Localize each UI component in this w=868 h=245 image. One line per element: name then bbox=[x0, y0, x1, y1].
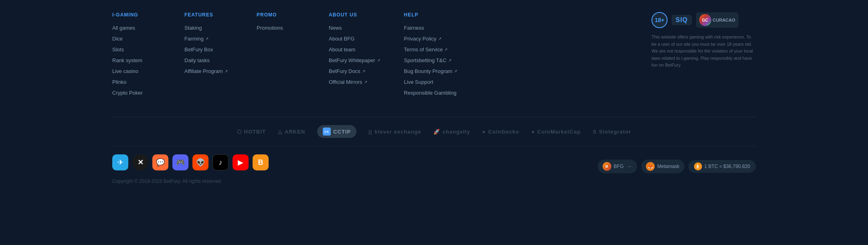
partner-cctip[interactable]: cc CCTIP bbox=[317, 125, 356, 138]
badges-row: 18+ SIQ GC ✓ CURACAO bbox=[652, 12, 756, 28]
footer-link-responsible-gambling[interactable]: Responsible Gambling bbox=[404, 90, 457, 96]
hotbit-icon: ⬡ bbox=[237, 129, 242, 135]
external-link-icon: ↗ bbox=[448, 58, 451, 63]
tiktok-icon: ♪ bbox=[219, 158, 223, 167]
footer-link-daily-tasks[interactable]: Daily tasks bbox=[184, 57, 233, 63]
footer-link-official-mirrors[interactable]: Official Mirrors↗ bbox=[329, 79, 380, 85]
footer-link-about-team[interactable]: About team bbox=[329, 47, 380, 53]
footer-link-betfury-box[interactable]: BetFury Box bbox=[184, 47, 233, 53]
metamask-label: Metamask bbox=[657, 164, 679, 169]
reddit-icon: 👽 bbox=[196, 158, 205, 167]
gc-curacao-badge: GC ✓ CURACAO bbox=[696, 12, 739, 28]
siq-badge: SIQ bbox=[672, 15, 692, 25]
footer-link-betfury-whitepaper[interactable]: BetFury Whitepaper↗ bbox=[329, 57, 380, 63]
footer-link-promotions[interactable]: Promotions bbox=[257, 25, 305, 31]
arrow-icon: → bbox=[626, 163, 632, 170]
social-chat[interactable]: 💬 bbox=[152, 154, 168, 170]
external-link-icon: ↗ bbox=[438, 36, 441, 41]
partner-coingecko[interactable]: ●CoinGecko bbox=[482, 129, 519, 135]
footer-link-fairness[interactable]: Fairness bbox=[404, 25, 457, 31]
footer-link-slots[interactable]: Slots bbox=[112, 47, 160, 53]
chat-icon: 💬 bbox=[156, 158, 165, 167]
footer-link-news[interactable]: News bbox=[329, 25, 380, 31]
column-header-help: HELP bbox=[404, 12, 457, 18]
footer-link-farming[interactable]: Farming↗ bbox=[184, 36, 233, 42]
coinmarketcap-icon: ● bbox=[531, 129, 535, 135]
footer-link-staking[interactable]: Staking bbox=[184, 25, 233, 31]
column-header-aboutus: ABOUT US bbox=[329, 12, 380, 18]
social-youtube[interactable]: ▶ bbox=[233, 154, 249, 170]
footer-link-about-bfg[interactable]: About BFG bbox=[329, 36, 380, 42]
footer-columns: I-GAMINGAll gamesDiceSlotsRank systemLiv… bbox=[112, 12, 627, 101]
footer-link-live-support[interactable]: Live Support bbox=[404, 79, 457, 85]
coingecko-icon: ● bbox=[482, 129, 486, 135]
social-reddit[interactable]: 👽 bbox=[192, 154, 208, 170]
footer-link-rank-system[interactable]: Rank system bbox=[112, 57, 160, 63]
footer-column-help: HELPFairnessPrivacy Policy↗Terms of Serv… bbox=[404, 12, 457, 101]
social-discord[interactable]: 🎮 bbox=[172, 154, 188, 170]
btc-price-text: 1 BTC = $36,790.820 bbox=[704, 164, 750, 169]
footer-link-dice[interactable]: Dice bbox=[112, 36, 160, 42]
xtwitter-icon: ✕ bbox=[138, 158, 144, 167]
social-tiktok[interactable]: ♪ bbox=[212, 154, 229, 170]
column-header-promo: PROMO bbox=[257, 12, 305, 18]
footer-link-crypto-poker[interactable]: Crypto Poker bbox=[112, 90, 160, 96]
copyright-text: Copyright © 2019-2023 BetFury. All right… bbox=[112, 178, 222, 184]
footer-link-affiliate-program[interactable]: Affiliate Program↗ bbox=[184, 68, 233, 74]
metamask-badge[interactable]: 🦊 Metamask bbox=[641, 160, 684, 173]
external-link-icon: ↗ bbox=[444, 47, 447, 52]
partner-arken[interactable]: △ARKEN bbox=[278, 129, 305, 135]
footer-link-terms-of-service[interactable]: Terms of Service↗ bbox=[404, 47, 457, 53]
bfg-label: BFG bbox=[614, 164, 624, 169]
partner-klever[interactable]: ||klever exchange bbox=[368, 129, 421, 135]
footer-column-aboutus: ABOUT USNewsAbout BFGAbout teamBetFury W… bbox=[329, 12, 380, 101]
external-link-icon: ↗ bbox=[377, 58, 380, 63]
partner-label-coingecko: CoinGecko bbox=[488, 129, 520, 135]
external-link-icon: ↗ bbox=[454, 69, 457, 73]
footer-column-igaming: I-GAMINGAll gamesDiceSlotsRank systemLiv… bbox=[112, 12, 160, 101]
column-header-igaming: I-GAMING bbox=[112, 12, 160, 18]
bfg-icon: B bbox=[603, 162, 611, 171]
partner-label-coinmarketcap: CoinMarketCap bbox=[537, 129, 581, 135]
socials-row: ✈✕💬🎮👽♪▶B bbox=[112, 154, 269, 170]
partner-label-changelly: changelly bbox=[443, 129, 470, 135]
gc-icon: GC ✓ bbox=[699, 14, 711, 26]
partner-slotegrator[interactable]: SSlotegrator bbox=[593, 129, 631, 135]
footer-link-privacy-policy[interactable]: Privacy Policy↗ bbox=[404, 36, 457, 42]
price-row: B BFG → 🦊 Metamask ₿ 1 BTC = $36,790.820 bbox=[598, 160, 756, 173]
footer: I-GAMINGAll gamesDiceSlotsRank systemLiv… bbox=[0, 0, 868, 192]
external-link-icon: ↗ bbox=[362, 69, 365, 73]
footer-bottom: Copyright © 2019-2023 BetFury. All right… bbox=[112, 178, 756, 184]
changelly-icon: 🚀 bbox=[433, 129, 440, 135]
column-header-features: FEATURES bbox=[184, 12, 233, 18]
footer-link-all-games[interactable]: All games bbox=[112, 25, 160, 31]
btc-price: ₿ 1 BTC = $36,790.820 bbox=[688, 160, 756, 173]
footer-link-sportsbetting-t&c[interactable]: Sportsbetting T&C↗ bbox=[404, 57, 457, 63]
bfg-badge[interactable]: B BFG → bbox=[598, 160, 637, 173]
youtube-icon: ▶ bbox=[238, 158, 243, 167]
footer-link-betfury-docs[interactable]: BetFury Docs↗ bbox=[329, 68, 380, 74]
curacao-text: CURACAO bbox=[713, 18, 735, 22]
footer-right: 18+ SIQ GC ✓ CURACAO This website offers… bbox=[652, 12, 756, 101]
partner-changelly[interactable]: 🚀changelly bbox=[433, 129, 470, 135]
partner-label-klever: klever exchange bbox=[375, 129, 421, 135]
social-xtwitter[interactable]: ✕ bbox=[132, 154, 148, 170]
external-link-icon: ↗ bbox=[205, 36, 208, 41]
social-telegram[interactable]: ✈ bbox=[112, 154, 128, 170]
arken-icon: △ bbox=[278, 129, 282, 135]
footer-link-live-casino[interactable]: Live casino bbox=[112, 68, 160, 74]
external-link-icon: ↗ bbox=[225, 69, 228, 73]
partner-hotbit[interactable]: ⬡HOTBIT bbox=[237, 129, 266, 135]
discord-icon: 🎮 bbox=[176, 158, 185, 167]
slotegrator-icon: S bbox=[593, 129, 597, 135]
footer-column-features: FEATURESStakingFarming↗BetFury BoxDaily … bbox=[184, 12, 233, 101]
footer-link-bug-bounty-program[interactable]: Bug Bounty Program↗ bbox=[404, 68, 457, 74]
age-badge: 18+ bbox=[652, 12, 668, 28]
partner-label-slotegrator: Slotegrator bbox=[599, 129, 631, 135]
social-b[interactable]: B bbox=[253, 154, 269, 170]
partner-coinmarketcap[interactable]: ●CoinMarketCap bbox=[531, 129, 581, 135]
footer-disclaimer: This website offers gaming with risk exp… bbox=[652, 34, 756, 69]
btc-icon: ₿ bbox=[694, 162, 702, 170]
partner-label-hotbit: HOTBIT bbox=[244, 129, 266, 135]
footer-link-plinko[interactable]: Plinko bbox=[112, 79, 160, 85]
